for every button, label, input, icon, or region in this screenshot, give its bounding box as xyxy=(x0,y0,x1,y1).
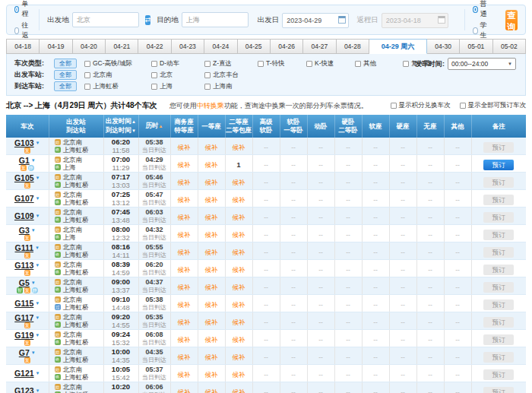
expand-caret-icon[interactable]: ▼ xyxy=(31,228,36,233)
waitlist-link[interactable]: 候补 xyxy=(205,319,218,326)
filter-all-badge[interactable]: 全部 xyxy=(54,81,77,91)
book-button[interactable]: 预订 xyxy=(483,160,514,170)
waitlist-link[interactable]: 候补 xyxy=(205,144,218,151)
date-tab[interactable]: 04-25 xyxy=(238,39,271,54)
column-header[interactable]: 其他 xyxy=(444,115,471,138)
radio-oneway[interactable]: 单程 xyxy=(14,0,30,19)
waitlist-link[interactable]: 候补 xyxy=(178,179,191,186)
waitlist-link[interactable]: 候补 xyxy=(178,301,191,309)
filter-checkbox[interactable]: K-快速 xyxy=(306,59,355,68)
radio-normal[interactable]: 普通 xyxy=(473,0,489,19)
waitlist-link[interactable]: 候补 xyxy=(205,231,218,239)
filter-checkbox[interactable]: T-特快 xyxy=(258,59,306,68)
waitlist-link[interactable]: 候补 xyxy=(178,371,191,379)
waitlist-link[interactable]: 候补 xyxy=(233,249,245,256)
waitlist-link[interactable]: 候补 xyxy=(233,231,245,239)
date-tab[interactable]: 04-24 xyxy=(204,39,237,54)
waitlist-link[interactable]: 候补 xyxy=(233,179,245,186)
train-number-link[interactable]: G111 xyxy=(15,243,34,252)
train-number-link[interactable]: G113 xyxy=(14,261,33,270)
column-header[interactable]: 动卧 xyxy=(307,115,334,138)
waitlist-link[interactable]: 候补 xyxy=(233,353,245,361)
train-number-link[interactable]: G121 xyxy=(14,369,34,378)
train-number-link[interactable]: G3 xyxy=(19,226,30,235)
expand-caret-icon[interactable]: ▼ xyxy=(36,196,40,201)
swap-stations-icon[interactable]: ⇄ xyxy=(145,15,151,25)
filter-checkbox[interactable]: 上海 xyxy=(151,82,204,91)
filter-checkbox[interactable]: GC-高铁/城际 xyxy=(84,59,151,68)
filter-checkbox[interactable]: 上海南 xyxy=(204,82,258,91)
waitlist-link[interactable]: 候补 xyxy=(233,214,245,221)
expand-caret-icon[interactable]: ▼ xyxy=(35,301,40,306)
show-all-bookable-checkbox[interactable]: 显示全部可预订车次 xyxy=(460,101,527,110)
expand-caret-icon[interactable]: ▼ xyxy=(31,350,36,355)
radio-student[interactable]: 学生 xyxy=(473,21,489,40)
column-header[interactable]: 无座 xyxy=(416,115,444,138)
expand-caret-icon[interactable]: ▼ xyxy=(35,315,40,320)
waitlist-link[interactable]: 候补 xyxy=(205,161,218,169)
show-points-checkbox[interactable]: 显示积分兑换车次 xyxy=(391,101,451,110)
waitlist-link[interactable]: 候补 xyxy=(205,214,218,221)
column-header[interactable]: 硬卧二等卧 xyxy=(334,115,362,138)
waitlist-link[interactable]: 候补 xyxy=(178,214,191,221)
expand-caret-icon[interactable]: ▼ xyxy=(31,158,36,163)
train-number-link[interactable]: G103 xyxy=(14,138,34,147)
expand-caret-icon[interactable]: ▼ xyxy=(36,141,40,145)
train-number-link[interactable]: G119 xyxy=(14,331,33,340)
date-tab[interactable]: 04-30 xyxy=(427,39,460,54)
transfer-link[interactable]: 中转换乘 xyxy=(197,102,224,109)
train-number-link[interactable]: G5 xyxy=(19,278,30,287)
waitlist-link[interactable]: 候补 xyxy=(205,371,218,379)
filter-all-badge[interactable]: 全部 xyxy=(54,70,77,80)
train-number-link[interactable]: G107 xyxy=(14,194,34,203)
date-tab-selected[interactable]: 04-29 周六 xyxy=(369,39,427,54)
column-header[interactable]: 备注 xyxy=(471,115,526,138)
train-number-link[interactable]: G115 xyxy=(14,299,33,308)
waitlist-link[interactable]: 候补 xyxy=(178,231,191,239)
calendar-icon[interactable] xyxy=(338,16,346,24)
waitlist-link[interactable]: 候补 xyxy=(178,284,191,291)
filter-checkbox[interactable]: 上海虹桥 xyxy=(84,82,151,91)
expand-caret-icon[interactable]: ▼ xyxy=(36,176,40,180)
waitlist-link[interactable]: 候补 xyxy=(205,353,218,361)
from-input[interactable] xyxy=(72,12,139,27)
expand-caret-icon[interactable]: ▼ xyxy=(36,214,40,218)
waitlist-link[interactable]: 候补 xyxy=(233,196,245,204)
column-header[interactable]: 高级软卧 xyxy=(252,115,280,138)
filter-all-badge[interactable]: 全部 xyxy=(54,59,77,68)
date-tab[interactable]: 04-26 xyxy=(271,39,303,54)
column-header[interactable]: 二等座二等包座 xyxy=(225,115,252,138)
column-header[interactable]: 商务座特等座 xyxy=(170,115,198,138)
waitlist-link[interactable]: 候补 xyxy=(205,196,218,204)
filter-checkbox[interactable]: 北京丰台 xyxy=(204,71,258,80)
waitlist-link[interactable]: 候补 xyxy=(233,301,245,309)
column-header[interactable]: 历时▲ xyxy=(138,115,170,138)
filter-checkbox[interactable]: Z-直达 xyxy=(204,59,258,68)
date-tab[interactable]: 05-02 xyxy=(493,39,526,54)
waitlist-link[interactable]: 候补 xyxy=(233,284,245,291)
waitlist-link[interactable]: 候补 xyxy=(205,179,218,186)
waitlist-link[interactable]: 候补 xyxy=(233,319,245,326)
date-tab[interactable]: 04-28 xyxy=(337,39,369,54)
date-tab[interactable]: 04-22 xyxy=(138,39,171,54)
train-number-link[interactable]: G123 xyxy=(14,386,34,393)
waitlist-link[interactable]: 候补 xyxy=(178,353,191,361)
column-header[interactable]: 软卧一等卧 xyxy=(280,115,307,138)
expand-caret-icon[interactable]: ▼ xyxy=(35,333,40,338)
date-tab[interactable]: 05-01 xyxy=(460,39,492,54)
waitlist-link[interactable]: 候补 xyxy=(233,388,245,393)
expand-caret-icon[interactable]: ▼ xyxy=(31,280,36,285)
waitlist-link[interactable]: 候补 xyxy=(178,319,191,326)
waitlist-link[interactable]: 候补 xyxy=(178,144,191,151)
filter-checkbox[interactable]: 其他 xyxy=(355,59,403,68)
filter-checkbox[interactable]: 北京南 xyxy=(84,71,151,80)
waitlist-link[interactable]: 候补 xyxy=(233,336,245,344)
date-tab[interactable]: 04-18 xyxy=(6,39,40,54)
train-number-link[interactable]: G117 xyxy=(14,313,33,322)
column-header[interactable]: 出发站到达站 xyxy=(49,115,103,138)
query-button[interactable]: 查询 xyxy=(505,10,518,30)
expand-caret-icon[interactable]: ▼ xyxy=(36,371,40,376)
date-tab[interactable]: 04-21 xyxy=(106,39,138,54)
filter-checkbox[interactable]: D-动车 xyxy=(151,59,204,68)
train-number-link[interactable]: G109 xyxy=(14,211,34,220)
